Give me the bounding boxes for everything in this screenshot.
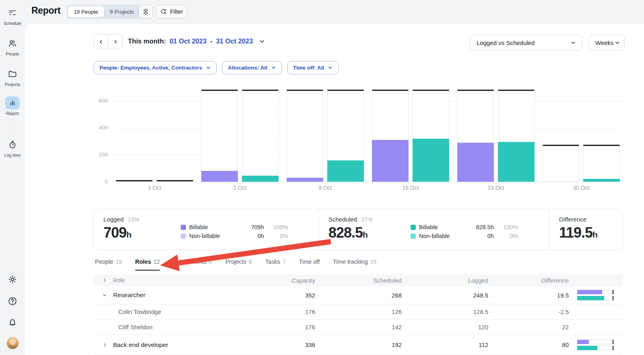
settings-button[interactable] <box>0 274 25 285</box>
capacity-bar-logged[interactable] <box>116 180 153 182</box>
cell-scheduled: 126 <box>315 308 402 315</box>
notifications-button[interactable] <box>0 317 25 328</box>
capacity-bar-scheduled[interactable] <box>242 90 279 182</box>
scheduled-bar-fill <box>413 139 449 182</box>
page-title: Report <box>31 5 60 16</box>
logged-legend: Billable 709h 100% Non-billable 0h 0% <box>181 224 288 239</box>
tab-time-off[interactable]: Time off <box>299 259 320 271</box>
tab-time-tracking[interactable]: Time tracking15 <box>333 259 376 271</box>
sidebar-item-report[interactable]: Report <box>0 96 25 116</box>
capacity-tick-icon <box>613 340 613 344</box>
collapse-chevron-icon[interactable] <box>101 293 108 298</box>
capacity-bar-logged[interactable] <box>287 90 323 182</box>
people-icon <box>5 37 20 50</box>
cell-capacity: 336 <box>229 341 315 348</box>
layers-icon <box>142 8 150 16</box>
interval-select[interactable]: Weeks <box>588 35 625 51</box>
chevron-down-icon <box>328 65 333 70</box>
header-role: Role <box>113 277 125 283</box>
expand-all-chevron-icon[interactable] <box>101 278 108 283</box>
sidebar-item-schedule[interactable]: Schedule <box>0 6 25 26</box>
table-body: Researcher352268248.519.5Colin Towbridge… <box>93 286 623 355</box>
chart-bar-group <box>116 88 193 182</box>
legend-row-nonbillable: Non-billable 0h 0% <box>181 233 288 239</box>
legend-hours: 0h <box>462 233 494 239</box>
end-date[interactable]: 31 Oct 2023 <box>216 37 253 45</box>
tab-projects[interactable]: Projects8 <box>225 259 252 271</box>
cell-difference: 19.5 <box>488 292 569 299</box>
user-avatar[interactable] <box>0 337 25 349</box>
capacity-bar-scheduled[interactable] <box>157 180 193 182</box>
tab-roles[interactable]: Roles12 <box>135 259 160 271</box>
legend-hours: 709h <box>233 224 264 230</box>
logged-bar-fill <box>287 178 323 182</box>
legend-percent: 0% <box>264 233 288 239</box>
people-toggle-button[interactable]: 19 People <box>68 6 104 18</box>
table-row-person[interactable]: Cliff Sheldon17614212022 <box>93 320 623 335</box>
cell-difference: -2.5 <box>488 308 569 315</box>
timeoff-filter-pill[interactable]: Time off: All <box>287 61 339 74</box>
sidebar-item-projects[interactable]: Projects <box>0 68 25 87</box>
tab-departments[interactable]: Departments6 <box>173 259 212 271</box>
capacity-bar-logged[interactable] <box>543 145 579 182</box>
chart-bar-group <box>457 88 535 182</box>
sidebar-item-people[interactable]: People <box>0 37 25 56</box>
next-period-button[interactable] <box>108 35 122 49</box>
avatar-image <box>6 337 19 349</box>
chart-bar-group <box>201 88 279 182</box>
capacity-bar-logged[interactable] <box>201 90 238 182</box>
cell-logged: 120 <box>402 324 488 330</box>
date-range-label: This month: <box>128 37 166 45</box>
logged-hours-unit: h <box>126 230 132 239</box>
projects-toggle-button[interactable]: 9 Projects <box>104 6 140 18</box>
capacity-bar-scheduled[interactable] <box>498 90 535 182</box>
logged-bar-fill <box>372 140 409 182</box>
tab-tasks[interactable]: Tasks7 <box>265 259 286 271</box>
logged-percent: 23% <box>128 216 139 223</box>
legend-row-nonbillable: Non-billable 0h 0% <box>411 233 518 239</box>
pill-label: People: Employees, Active, Contractors <box>99 65 202 71</box>
expand-chevron-icon[interactable] <box>101 343 108 347</box>
tab-people[interactable]: People19 <box>95 259 122 271</box>
logged-mini-bar <box>577 290 614 294</box>
capacity-bar-logged[interactable] <box>372 90 409 182</box>
legend-percent: 100% <box>494 224 518 230</box>
scheduled-percent: 27% <box>361 216 373 223</box>
logged-mini-bar <box>577 340 614 344</box>
sidebar-item-label: Report <box>6 111 19 116</box>
start-date[interactable]: 01 Oct 2023 <box>169 37 206 45</box>
capacity-bar-scheduled[interactable] <box>413 90 449 182</box>
table-row-person[interactable]: Colin Towbridge176126128.5-2.5 <box>93 304 623 320</box>
capacity-bar-logged[interactable] <box>457 90 494 182</box>
tab-label: Time off <box>299 259 320 265</box>
table-row-role[interactable]: Researcher352268248.519.5 <box>93 286 623 304</box>
metric-select[interactable]: Logged vs Scheduled <box>470 35 582 51</box>
sidebar-item-log-time[interactable]: Log time <box>0 138 25 158</box>
scheduled-bar-fill <box>327 160 364 182</box>
help-button[interactable] <box>0 296 25 306</box>
tab-label: Departments <box>173 259 206 265</box>
difference-title: Difference <box>559 216 586 223</box>
scheduled-bar-fill <box>242 176 279 182</box>
filter-button[interactable]: Filter <box>156 5 187 18</box>
prev-period-button[interactable] <box>94 35 108 49</box>
table-row-role[interactable]: Back end developer33619211280 <box>93 335 623 355</box>
tab-label: Roles <box>135 259 151 265</box>
people-filter-pill[interactable]: People: Employees, Active, Contractors <box>94 61 217 74</box>
capacity-bar-scheduled[interactable] <box>583 145 620 182</box>
utilization-mini-chart <box>577 340 614 350</box>
nonbillable-swatch-icon <box>411 234 416 239</box>
cell-scheduled: 142 <box>315 324 402 330</box>
logged-bar-fill <box>457 143 494 182</box>
tab-count: 7 <box>283 259 286 265</box>
date-dropdown-chevron-icon[interactable] <box>259 38 265 45</box>
pill-label: Allocations: All <box>228 65 267 71</box>
notifications-bell-icon <box>7 317 18 328</box>
sidebar-nav: Schedule People Projects Report Log tim <box>0 0 25 355</box>
capacity-bar-scheduled[interactable] <box>327 90 364 182</box>
sidebar-item-label: People <box>6 51 19 56</box>
saved-views-button[interactable] <box>138 5 153 18</box>
allocations-filter-pill[interactable]: Allocations: All <box>222 61 282 74</box>
difference-summary-card: Difference 119.5h <box>549 209 623 250</box>
sidebar-divider <box>5 128 19 128</box>
